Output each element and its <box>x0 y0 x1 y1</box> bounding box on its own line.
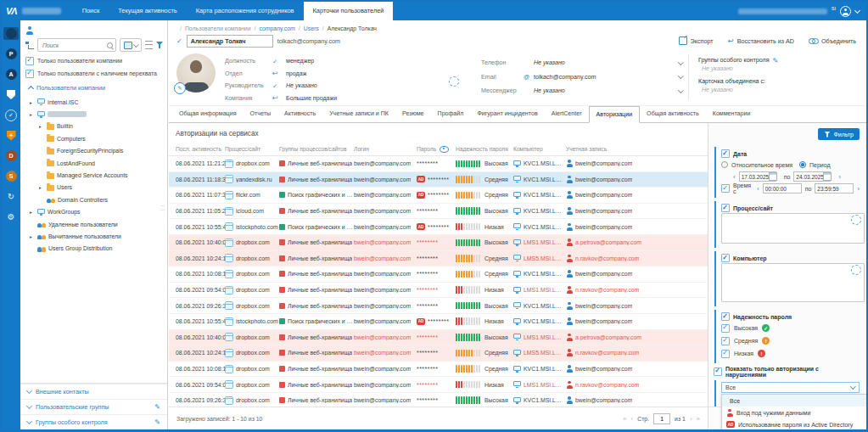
sidebar-filter-checkbox-row[interactable]: Только пользователи компании <box>20 54 167 67</box>
tree-item[interactable]: Вычитанные пользователи <box>27 230 167 242</box>
last-page-icon[interactable]: » <box>697 415 700 423</box>
table-row[interactable]: 08.06.2021 10:24:13 dropbox.com Личные в… <box>169 345 708 362</box>
action-button[interactable]: Экспорт <box>679 36 714 45</box>
checkbox[interactable] <box>721 149 730 158</box>
table-row[interactable]: 08.06.2021 10:08:11 dropbox.com Личные в… <box>169 362 708 378</box>
field-status-icon[interactable] <box>272 58 286 65</box>
checkbox[interactable] <box>25 57 34 65</box>
next-page-icon[interactable]: › <box>690 415 692 423</box>
time-from-input[interactable] <box>763 183 802 194</box>
table-row[interactable]: 08.06.2021 10:08:11 dropbox.com Личные в… <box>169 266 708 283</box>
profile-tab[interactable]: Учетные записи и ПК <box>322 106 395 122</box>
profile-tab[interactable]: AlertCenter <box>545 106 589 122</box>
table-row[interactable]: 08.06.2021 10:55:44 istockphoto.com Поис… <box>169 314 708 330</box>
table-row[interactable]: 08.06.2021 09:26:31 dropbox.com Личные в… <box>169 298 708 314</box>
process-filter-input[interactable] <box>721 213 865 244</box>
contact-value[interactable]: Не указано <box>534 59 565 66</box>
tree-item[interactable]: Удаленные пользователи <box>27 218 167 230</box>
tree-item[interactable]: Builtin <box>27 121 167 132</box>
tree-item[interactable]: Domain Controllers <box>27 194 167 205</box>
user-avatar-icon[interactable] <box>840 6 851 17</box>
checkbox[interactable] <box>721 337 730 345</box>
breadcrumb-item[interactable]: company.com <box>251 25 295 31</box>
prev-period-icon[interactable]: ‹ <box>733 173 736 181</box>
rail-module-icon[interactable]: ⚙ <box>3 210 19 223</box>
field-status-icon[interactable] <box>272 70 286 77</box>
expand-arrow-icon[interactable] <box>30 99 35 105</box>
expand-arrow-icon[interactable] <box>30 209 35 215</box>
calendar-icon[interactable] <box>823 172 832 181</box>
top-nav-tab[interactable]: Карточки пользователей <box>304 2 394 20</box>
checkbox[interactable] <box>721 324 730 333</box>
table-row[interactable]: 08.06.2021 11:18:32 yandexdisk.ru Личные… <box>169 172 708 188</box>
table-row[interactable]: 08.06.2021 10:40:02 dropbox.com Личные в… <box>169 235 708 251</box>
field-status-icon[interactable] <box>272 82 286 90</box>
edit-icon[interactable]: ✎ <box>154 418 160 426</box>
prev-time-icon[interactable]: ‹ <box>757 185 759 193</box>
top-nav-tab[interactable]: Поиск <box>73 2 109 20</box>
expand-arrow-icon[interactable] <box>30 233 35 239</box>
column-header-computer[interactable]: Компьютер <box>513 146 566 152</box>
refresh-circle-icon[interactable] <box>851 215 861 225</box>
field-value[interactable]: продаж <box>286 70 306 77</box>
contact-value[interactable]: Не указано <box>534 87 565 94</box>
column-header-groups[interactable]: Группы процессов/сайтов <box>279 146 354 152</box>
process-section-header[interactable]: Процесс/сайт <box>721 203 860 213</box>
computer-section-header[interactable]: Компьютер <box>721 253 860 263</box>
checkbox[interactable] <box>25 70 34 78</box>
user-name-input[interactable] <box>187 35 273 48</box>
refresh-circle-icon[interactable] <box>851 265 861 275</box>
rail-module-icon[interactable]: S <box>3 170 19 182</box>
tree-item[interactable]: LostAndFound <box>27 157 167 169</box>
checkbox[interactable] <box>721 254 730 262</box>
tree-item[interactable]: Computers <box>27 132 167 144</box>
rail-module-icon[interactable]: P <box>3 48 19 60</box>
dropdown-option[interactable]: Использование пароля из Active Directory <box>722 418 866 429</box>
table-row[interactable]: 08.06.2021 11:05:24 icloud.com Личные ве… <box>169 204 708 220</box>
relative-time-radio[interactable] <box>721 161 728 168</box>
expand-arrow-icon[interactable] <box>30 111 35 117</box>
expand-arrow-icon[interactable] <box>39 184 44 190</box>
strength-option[interactable]: Средняя <box>721 334 860 347</box>
tree-item[interactable]: ForeignSecurityPrincipals <box>27 145 167 157</box>
top-nav-tab[interactable]: Текущая активность <box>109 2 186 20</box>
column-header-process[interactable]: Процесс/сайт <box>225 146 279 152</box>
show-password-eye-icon[interactable] <box>440 146 449 153</box>
sidebar-section[interactable]: Пользовательские группы ✎ <box>20 399 167 414</box>
profile-tab[interactable]: Общая активность <box>640 106 706 122</box>
table-row[interactable]: 08.06.2021 10:24:13 dropbox.com Личные в… <box>169 251 708 267</box>
violations-select[interactable]: Все <box>721 382 860 393</box>
dropdown-option[interactable]: Вход под чужими данными <box>722 407 866 418</box>
tree-item[interactable]: Users <box>27 182 167 194</box>
strength-option[interactable]: Высокая <box>721 322 860 334</box>
prev-page-icon[interactable]: ‹ <box>631 415 634 423</box>
violations-section-header[interactable]: Показать только авторизации с нарушениям… <box>714 366 860 377</box>
rail-module-icon[interactable] <box>3 27 19 40</box>
profile-tab[interactable]: Фигурант инцидентов <box>470 106 544 122</box>
add-user-icon[interactable] <box>26 26 34 35</box>
table-row[interactable]: 08.06.2021 09:54:03 dropbox.com Личные в… <box>169 283 708 299</box>
action-button[interactable]: Объединить <box>809 36 856 45</box>
tree-item[interactable]: Internal.ISC <box>27 96 167 108</box>
table-row[interactable]: 08.06.2021 09:54:03 dropbox.com Личные в… <box>169 377 708 393</box>
chevron-down-icon[interactable] <box>678 59 683 65</box>
tree-item[interactable]: WorkGroups <box>27 206 167 218</box>
date-section-header[interactable]: Дата <box>721 149 860 159</box>
calendar-icon[interactable] <box>769 172 777 181</box>
rail-module-icon[interactable] <box>3 88 19 101</box>
period-radio[interactable] <box>799 161 806 168</box>
rail-module-icon[interactable]: ✓ <box>3 109 19 121</box>
computer-filter-input[interactable] <box>721 263 865 302</box>
table-row[interactable]: 08.06.2021 10:55:44 istockphoto.com Поис… <box>169 219 708 235</box>
rail-module-icon[interactable]: + <box>3 129 19 142</box>
circle-action-icon[interactable] <box>449 76 459 87</box>
profile-tab[interactable]: Общая информация <box>172 106 243 122</box>
table-row[interactable]: 08.06.2021 10:40:02 dropbox.com Личные в… <box>169 330 708 346</box>
rail-module-icon[interactable]: D <box>3 149 19 162</box>
next-period-icon[interactable]: › <box>838 173 841 181</box>
column-header-password[interactable]: Пароль <box>417 146 456 153</box>
breadcrumb-item[interactable]: Users <box>295 25 319 31</box>
checkbox[interactable] <box>721 204 730 212</box>
tree-item[interactable]: Managed Service Accounts <box>27 169 167 181</box>
filter-icon[interactable] <box>156 42 163 48</box>
